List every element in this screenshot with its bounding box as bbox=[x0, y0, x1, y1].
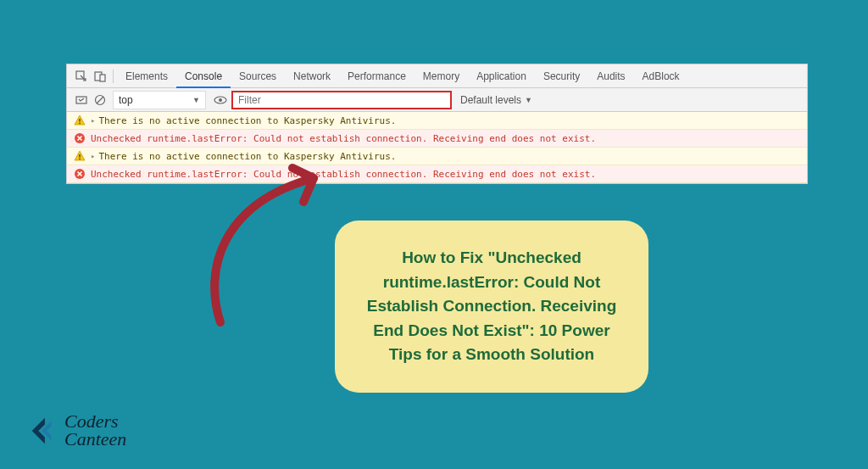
log-row[interactable]: ▸ There is no active connection to Kaspe… bbox=[67, 112, 807, 130]
console-drawer-icon[interactable] bbox=[74, 92, 89, 108]
console-log-body: ▸ There is no active connection to Kaspe… bbox=[67, 112, 807, 183]
separator bbox=[113, 70, 114, 83]
context-value: top bbox=[119, 94, 133, 106]
warning-icon bbox=[74, 114, 86, 126]
log-row[interactable]: Unchecked runtime.lastError: Could not e… bbox=[67, 165, 807, 183]
svg-rect-2 bbox=[100, 75, 105, 81]
error-icon bbox=[74, 168, 86, 180]
svg-point-7 bbox=[219, 98, 222, 102]
context-select[interactable]: top ▼ bbox=[113, 91, 206, 109]
console-toolbar: top ▼ Default levels ▼ bbox=[67, 88, 807, 112]
tab-network[interactable]: Network bbox=[285, 64, 339, 88]
levels-label: Default levels bbox=[460, 94, 521, 106]
filter-input[interactable] bbox=[231, 91, 452, 109]
log-text: Unchecked runtime.lastError: Could not e… bbox=[91, 169, 596, 180]
logo-text: Coders Canteen bbox=[64, 413, 126, 449]
tab-security[interactable]: Security bbox=[535, 64, 588, 88]
expand-arrow-icon: ▸ bbox=[91, 116, 95, 125]
clear-console-icon[interactable] bbox=[92, 92, 108, 108]
svg-point-14 bbox=[79, 158, 81, 159]
article-callout: How to Fix "Unchecked runtime.lastError:… bbox=[335, 221, 648, 393]
devtools-panel: Elements Console Sources Network Perform… bbox=[66, 64, 808, 184]
tab-memory[interactable]: Memory bbox=[415, 64, 468, 88]
chevron-down-icon: ▼ bbox=[525, 96, 532, 104]
chevron-down-icon: ▼ bbox=[192, 96, 200, 104]
log-text: There is no active connection to Kaspers… bbox=[98, 151, 396, 162]
tab-performance[interactable]: Performance bbox=[339, 64, 415, 88]
logo-mark-icon bbox=[27, 415, 59, 447]
inspect-icon[interactable] bbox=[74, 69, 89, 84]
live-expression-icon[interactable] bbox=[213, 92, 228, 108]
log-row[interactable]: Unchecked runtime.lastError: Could not e… bbox=[67, 130, 807, 148]
log-text: Unchecked runtime.lastError: Could not e… bbox=[91, 133, 596, 144]
svg-line-5 bbox=[97, 97, 103, 103]
error-icon bbox=[74, 132, 86, 144]
brand-logo: Coders Canteen bbox=[27, 413, 126, 449]
log-row[interactable]: ▸ There is no active connection to Kaspe… bbox=[67, 148, 807, 165]
svg-point-9 bbox=[79, 122, 81, 124]
tab-elements[interactable]: Elements bbox=[117, 64, 176, 88]
warning-icon bbox=[74, 150, 86, 162]
device-toggle-icon[interactable] bbox=[92, 69, 108, 84]
pointer-arrow-icon bbox=[195, 161, 348, 331]
tab-audits[interactable]: Audits bbox=[588, 64, 633, 88]
log-text: There is no active connection to Kaspers… bbox=[98, 115, 396, 126]
logo-line2: Canteen bbox=[64, 431, 126, 449]
devtools-tabs: Elements Console Sources Network Perform… bbox=[67, 64, 807, 88]
tab-console[interactable]: Console bbox=[176, 64, 231, 88]
callout-title: How to Fix "Unchecked runtime.lastError:… bbox=[359, 246, 625, 367]
log-levels-select[interactable]: Default levels ▼ bbox=[460, 94, 532, 106]
expand-arrow-icon: ▸ bbox=[91, 152, 95, 160]
tab-sources[interactable]: Sources bbox=[231, 64, 285, 88]
tab-adblock[interactable]: AdBlock bbox=[634, 64, 688, 88]
tab-application[interactable]: Application bbox=[468, 64, 535, 88]
